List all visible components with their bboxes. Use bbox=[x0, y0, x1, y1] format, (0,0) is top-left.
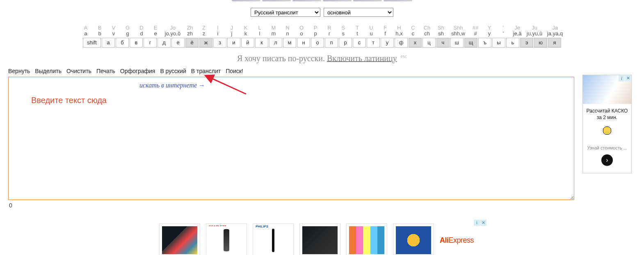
toggle-latin-link[interactable]: Включить латиницу bbox=[327, 53, 397, 62]
key-header: Nn bbox=[281, 25, 294, 37]
key-header: Ll bbox=[253, 25, 266, 37]
keyboard-key[interactable]: э bbox=[520, 38, 533, 48]
keyboard-key[interactable]: г bbox=[144, 38, 157, 48]
editor-wrap: искать в интернете bbox=[8, 77, 574, 201]
selects-row: Русский транслит основной bbox=[0, 1, 644, 25]
keyboard-key[interactable]: к bbox=[255, 38, 268, 48]
select-all-button[interactable]: Выделить bbox=[35, 68, 62, 74]
char-counter: 0 bbox=[0, 202, 644, 213]
keyboard-key[interactable]: е bbox=[171, 38, 185, 48]
ad-logo-icon bbox=[602, 126, 612, 136]
keyboard-key[interactable]: с bbox=[353, 38, 366, 48]
key-header: Uu bbox=[365, 25, 378, 37]
keyboard-key[interactable]: ж bbox=[199, 38, 212, 48]
chevron-right-icon[interactable]: › bbox=[601, 154, 613, 166]
keyboard-key[interactable]: р bbox=[339, 38, 352, 48]
ad-subtext: Узнай стоимость ... bbox=[585, 136, 629, 154]
product-thumb[interactable] bbox=[299, 223, 340, 255]
key-header: Chch bbox=[420, 25, 434, 37]
key-header: Yy bbox=[483, 25, 496, 37]
keyboard-key[interactable]: ч bbox=[436, 38, 450, 48]
side-ad-banner[interactable]: i ✕ Рассчитай КАСКО за 2 мин. Узнай стои… bbox=[582, 75, 632, 173]
key-header: Zz bbox=[197, 25, 210, 37]
product-thumb[interactable]: SCARLETT bbox=[206, 223, 247, 255]
to-russian-button[interactable]: В русский bbox=[160, 68, 186, 74]
toolbar: Вернуть Выделить Очистить Печать Орфогра… bbox=[0, 64, 644, 76]
key-header: Tt bbox=[351, 25, 364, 37]
keyboard-key[interactable]: ё bbox=[185, 38, 199, 48]
key-header: Ee bbox=[149, 25, 162, 37]
main-textarea[interactable] bbox=[8, 77, 574, 200]
key-header: Cc bbox=[406, 25, 420, 37]
key-header: Jj bbox=[225, 25, 238, 37]
layout-select[interactable]: Русский транслит bbox=[251, 8, 320, 17]
handwritten-note: искать в интернете bbox=[139, 82, 205, 89]
keyboard-key[interactable]: д bbox=[158, 38, 171, 48]
mode-select[interactable]: основной bbox=[324, 8, 393, 17]
keyboard-key[interactable]: б bbox=[116, 38, 129, 48]
keyboard-key[interactable]: о bbox=[311, 38, 324, 48]
hint-line: Я хочу писать по-русски. Включить латини… bbox=[0, 49, 644, 65]
keyboard-key[interactable]: ъ bbox=[478, 38, 491, 48]
ad-close-icon[interactable]: ✕ bbox=[480, 220, 486, 226]
keyboard-key[interactable]: н bbox=[297, 38, 310, 48]
keyboard-key[interactable]: щ bbox=[464, 38, 477, 48]
keyboard-key[interactable]: ы bbox=[492, 38, 505, 48]
clear-button[interactable]: Очистить bbox=[66, 68, 91, 74]
keyboard-key[interactable]: ь bbox=[506, 38, 519, 48]
key-header: Ii bbox=[211, 25, 224, 37]
keyboard-key[interactable]: ц bbox=[422, 38, 436, 48]
search-button[interactable]: Поиск! bbox=[226, 68, 243, 74]
key-header: ### bbox=[469, 25, 482, 37]
keyboard-key[interactable]: ю bbox=[534, 38, 547, 48]
virtual-keyboard: AaBbVvGgDdEeJojo,yo,öZhzhZzIiJjKkLlMmNnO… bbox=[0, 25, 644, 49]
spell-button[interactable]: Орфография bbox=[120, 68, 155, 74]
keyboard-key[interactable]: у bbox=[381, 38, 394, 48]
key-header: Kk bbox=[239, 25, 252, 37]
product-thumb[interactable]: PHILIPS bbox=[253, 223, 294, 255]
product-thumb[interactable] bbox=[346, 223, 387, 255]
esc-hint: esc bbox=[401, 53, 407, 59]
keyboard-key[interactable]: а bbox=[102, 38, 115, 48]
ad-headline: Рассчитай КАСКО за 2 мин. bbox=[585, 104, 630, 122]
keyboard-key[interactable]: п bbox=[325, 38, 338, 48]
product-thumb[interactable] bbox=[159, 223, 200, 255]
print-button[interactable]: Печать bbox=[96, 68, 115, 74]
ad-info-icon[interactable]: i bbox=[474, 220, 480, 226]
ad-brand-block[interactable]: i ✕ AliExpress bbox=[440, 236, 485, 245]
product-thumb[interactable] bbox=[393, 223, 434, 255]
keyboard-key[interactable]: в bbox=[130, 38, 143, 48]
key-header: Ff bbox=[379, 25, 392, 37]
keyboard-key[interactable]: х bbox=[409, 38, 422, 48]
key-header: Juju,yu,ü bbox=[525, 25, 544, 37]
key-header: Dd bbox=[135, 25, 148, 37]
keyboard-key[interactable]: т bbox=[367, 38, 380, 48]
undo-button[interactable]: Вернуть bbox=[8, 68, 30, 74]
keyboard-key[interactable]: ш bbox=[450, 38, 464, 48]
key-header: Gg bbox=[121, 25, 134, 37]
ad-info-icon[interactable]: i bbox=[619, 75, 625, 81]
key-header: Bb bbox=[93, 25, 106, 37]
keyboard-key[interactable]: л bbox=[269, 38, 282, 48]
keyboard-key[interactable]: я bbox=[548, 38, 561, 48]
key-header: Pp bbox=[309, 25, 322, 37]
ad-close-icon[interactable]: ✕ bbox=[625, 75, 631, 81]
key-header: Jojo,yo,ö bbox=[163, 25, 183, 37]
aliexpress-logo: AliExpress bbox=[440, 236, 474, 245]
key-header: '' bbox=[497, 25, 510, 37]
key-header: Jaja,ya,q bbox=[545, 25, 565, 37]
keyboard-key[interactable]: м bbox=[283, 38, 296, 48]
keyboard-key[interactable]: й bbox=[241, 38, 254, 48]
keyboard-key[interactable]: з bbox=[213, 38, 226, 48]
key-header: Oo bbox=[295, 25, 308, 37]
key-header: Shhshh,w bbox=[448, 25, 468, 37]
shift-key[interactable]: shift bbox=[83, 38, 101, 48]
keyboard-key[interactable]: и bbox=[227, 38, 240, 48]
key-header: Ss bbox=[337, 25, 350, 37]
key-header: Vv bbox=[107, 25, 120, 37]
key-header: Hh,x bbox=[393, 25, 406, 37]
key-header: Aa bbox=[79, 25, 92, 37]
keyboard-key[interactable]: ф bbox=[395, 38, 408, 48]
to-translit-button[interactable]: В транслит bbox=[191, 68, 221, 74]
key-header: Zhzh bbox=[183, 25, 196, 37]
